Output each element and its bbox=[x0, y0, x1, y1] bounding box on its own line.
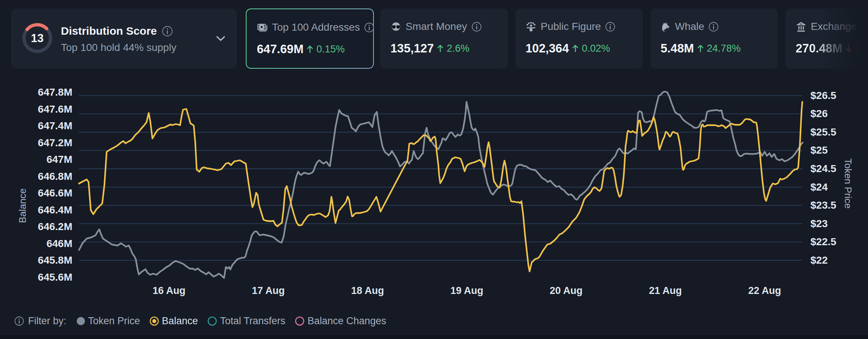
svg-text:13: 13 bbox=[31, 32, 44, 45]
